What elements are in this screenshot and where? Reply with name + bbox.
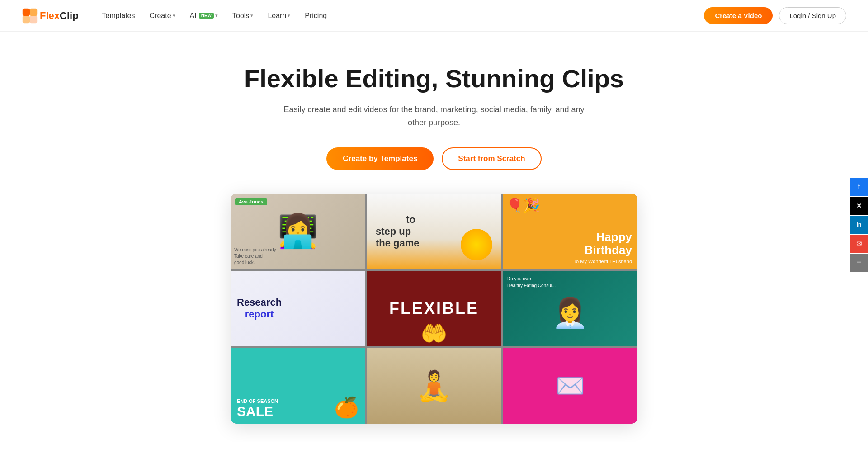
cell2-text: _____ to step up the game — [376, 214, 420, 249]
ai-new-badge: NEW — [199, 13, 214, 19]
nav-learn[interactable]: Learn ▾ — [262, 9, 296, 23]
orange-icon: 🍊 — [334, 396, 359, 419]
hero-subtitle: Easily create and edit videos for the br… — [280, 103, 588, 129]
hero-section: Flexible Editing, Stunning Clips Easily … — [0, 32, 868, 442]
email-icon: ✉ — [856, 240, 862, 248]
sale-text: END OF SEASON SALE — [237, 398, 278, 419]
create-video-button[interactable]: Create a Video — [704, 7, 773, 24]
svg-rect-2 — [23, 16, 30, 23]
logo[interactable]: FlexClip — [22, 8, 79, 24]
hero-buttons: Create by Templates Start from Scratch — [9, 147, 859, 170]
sun-graphic — [461, 229, 492, 260]
twitter-icon: ✕ — [856, 202, 862, 209]
hero-title: Flexible Editing, Stunning Clips — [9, 64, 859, 93]
grid-cell-pink: ✉️ — [503, 348, 637, 424]
facebook-button[interactable]: f — [850, 178, 868, 196]
hand-icon: 🤲 — [420, 321, 448, 346]
more-social-button[interactable]: + — [850, 254, 868, 272]
video-grid: Ava Jones 👩‍💻 We miss you alreadyTake ca… — [231, 194, 637, 424]
chevron-down-icon: ▾ — [288, 13, 290, 19]
video-grid-container: Ava Jones 👩‍💻 We miss you alreadyTake ca… — [231, 194, 637, 424]
login-button[interactable]: Login / Sign Up — [779, 7, 846, 24]
nav-pricing[interactable]: Pricing — [299, 9, 332, 23]
nav-right: Create a Video Login / Sign Up — [704, 7, 846, 24]
message-text: We miss you alreadyTake care andgood luc… — [234, 247, 276, 266]
grid-cell-consulting: Do you ownHealthy Eating Consul... 👩‍💼 — [503, 271, 637, 347]
navbar: FlexClip Templates Create ▾ AI NEW ▾ Too… — [0, 0, 868, 32]
facebook-icon: f — [858, 183, 860, 191]
grid-cell-sale: END OF SEASON SALE 🍊 — [231, 348, 365, 424]
start-scratch-button[interactable]: Start from Scratch — [442, 147, 541, 170]
grid-cell-silhouette: 🧘 — [367, 348, 501, 424]
report-text: Research report — [237, 297, 282, 320]
plus-icon: + — [856, 257, 862, 268]
social-sidebar: f ✕ in ✉ + — [850, 178, 868, 272]
woman-laptop-icon: 👩‍💻 — [278, 212, 318, 250]
svg-rect-0 — [23, 8, 30, 15]
svg-rect-1 — [30, 8, 37, 15]
create-templates-button[interactable]: Create by Templates — [326, 147, 434, 170]
flexible-text: FLEXIBLE — [389, 299, 479, 318]
email-button[interactable]: ✉ — [850, 235, 868, 253]
balloon-icon: 🎈🎉 — [506, 197, 540, 213]
name-tag: Ava Jones — [235, 198, 267, 205]
grid-cell-text-sun: _____ to step up the game — [367, 194, 501, 269]
nav-links: Templates Create ▾ AI NEW ▾ Tools ▾ Lear… — [97, 9, 704, 23]
chevron-down-icon: ▾ — [215, 13, 218, 19]
grid-cell-report: Research report — [231, 271, 365, 347]
linkedin-icon: in — [856, 221, 862, 228]
linkedin-button[interactable]: in — [850, 216, 868, 234]
grid-cell-flexible: FLEXIBLE 🤲 — [367, 271, 501, 347]
birthday-text: HappyBirthday To My Wonderful Husband — [508, 231, 632, 264]
grid-cell-woman: Ava Jones 👩‍💻 We miss you alreadyTake ca… — [231, 194, 365, 269]
silhouette-icon: 🧘 — [416, 369, 452, 403]
consulting-text: Do you ownHealthy Eating Consul... — [507, 275, 556, 289]
svg-rect-3 — [30, 16, 37, 23]
twitter-button[interactable]: ✕ — [850, 197, 868, 215]
nav-tools[interactable]: Tools ▾ — [227, 9, 259, 23]
chevron-down-icon: ▾ — [250, 13, 253, 19]
nav-create[interactable]: Create ▾ — [144, 9, 181, 23]
person-icon: 👩‍💼 — [552, 296, 588, 330]
chevron-down-icon: ▾ — [173, 13, 175, 19]
nav-ai[interactable]: AI NEW ▾ — [184, 9, 223, 23]
envelope-icon: ✉️ — [556, 372, 585, 400]
grid-cell-birthday: 🎈🎉 HappyBirthday To My Wonderful Husband — [503, 194, 637, 269]
nav-templates[interactable]: Templates — [97, 9, 141, 23]
logo-text: FlexClip — [40, 10, 79, 22]
